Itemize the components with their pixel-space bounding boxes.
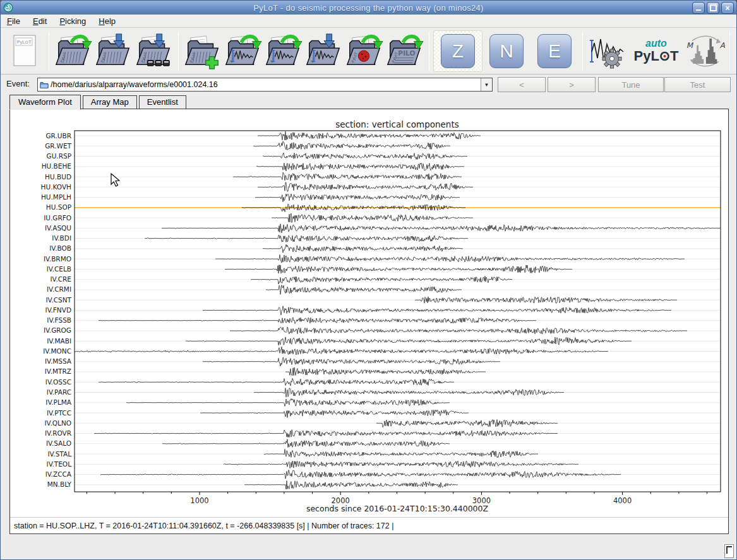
station-label-IV.BDI: IV.BDI — [52, 234, 71, 242]
window-title: PyLoT - do seismic processing the python… — [1, 3, 736, 13]
menu-edit[interactable]: Edit — [27, 16, 53, 27]
autopylot-auto-text: auto — [645, 39, 667, 49]
station-label-IV.BRMO: IV.BRMO — [44, 255, 71, 263]
maximize-button[interactable] — [707, 2, 719, 14]
x-tick-label: 1000 — [190, 496, 208, 505]
folder-load-waveform-icon: PyLoT — [224, 32, 262, 70]
component-button-z-selected[interactable]: Z — [433, 30, 482, 72]
waveform-gear-icon — [587, 33, 627, 69]
add-event-button[interactable]: PyLoT — [183, 31, 223, 71]
station-label-IV.MABI: IV.MABI — [47, 337, 71, 345]
combobox-dropdown-arrow[interactable]: ▼ — [481, 78, 492, 91]
load-waveform-data-button[interactable]: PyLoT — [223, 31, 263, 71]
autopylot-logo: PyLT — [634, 49, 679, 63]
station-label-IV.PARC: IV.PARC — [47, 388, 71, 396]
plot-statusbar: station = HU.SOP..LHZ, T = 2016-01-24T10… — [10, 517, 728, 533]
maximize-icon — [710, 4, 717, 11]
open-project-button[interactable]: PyLoT — [53, 31, 93, 71]
waveform-trace-IV.TEOL[interactable] — [224, 461, 578, 468]
menu-picking[interactable]: Picking — [53, 16, 92, 27]
minimize-icon — [696, 9, 701, 11]
waveform-trace-IV.CRE[interactable] — [251, 276, 512, 284]
next-event-button[interactable]: > — [548, 77, 596, 92]
save-project-button[interactable]: PyLoT — [93, 31, 134, 71]
waveform-trace-GR.WET[interactable] — [253, 141, 450, 150]
component-letter: Z — [441, 34, 475, 68]
station-label-IV.ROVR: IV.ROVR — [45, 429, 71, 437]
load-metadata-button[interactable]: PyLoT — [263, 31, 304, 71]
tab-array-map[interactable]: Array Map — [83, 95, 137, 109]
toolbar-group — [730, 28, 737, 74]
tab-bar: Waveform PlotArray MapEventlist — [9, 95, 188, 109]
save-project-as-button[interactable]: PyLoT — [134, 31, 174, 71]
x-axis-label: seconds since 2016-01-24T10:15:30.440000… — [306, 504, 488, 513]
waveform-trace-HU.BEHE[interactable] — [256, 163, 464, 171]
station-label-IV.MONC: IV.MONC — [43, 347, 71, 355]
event-label: Event: — [6, 79, 30, 88]
close-button[interactable]: × — [721, 2, 734, 14]
target-o-icon — [659, 51, 670, 61]
waveform-trace-IV.SALO[interactable] — [162, 439, 450, 448]
station-label-IV.ZCCA: IV.ZCCA — [45, 470, 72, 478]
event-path-combobox[interactable]: /home/darius/alparray/waveforms/e0001.02… — [37, 78, 493, 92]
plot-frame — [75, 131, 721, 492]
station-label-HU.MPLH: HU.MPLH — [41, 193, 71, 201]
waveform-trace-IV.PTCC[interactable] — [200, 410, 469, 418]
svg-text:PILO: PILO — [398, 49, 415, 57]
station-label-IU.GRFO: IU.GRFO — [44, 214, 71, 222]
component-button-n[interactable]: N — [482, 31, 530, 71]
waveform-trace-IV.OSSC[interactable] — [99, 378, 454, 386]
tab-eventlist[interactable]: Eventlist — [139, 95, 186, 109]
picking-parameters-button[interactable] — [587, 31, 627, 71]
station-label-IV.CELB: IV.CELB — [47, 265, 71, 273]
new-project-button[interactable]: PyL⊙T — [4, 31, 45, 71]
waveform-trace-HU.MPLH[interactable] — [255, 194, 460, 202]
tab-waveform-plot[interactable]: Waveform Plot — [9, 95, 81, 110]
magnitude-histogram-icon: MA — [685, 32, 726, 70]
previous-event-button[interactable]: < — [498, 77, 546, 92]
waveform-trace-HU.BUD[interactable] — [233, 172, 462, 181]
event-bar: Event: /home/darius/alparray/waveforms/e… — [1, 74, 736, 94]
svg-text:M: M — [686, 40, 694, 49]
save-waveform-data-button[interactable]: PyLoT — [304, 31, 344, 71]
folder-save-multiple-icon: PyLoT — [135, 32, 173, 70]
auto-pylot-button[interactable]: autoPyLT — [627, 31, 685, 71]
titlebar[interactable]: PyLoT - do seismic processing the python… — [1, 1, 736, 15]
station-label-IV.PTCC: IV.PTCC — [47, 409, 71, 417]
station-label-HU.BEHE: HU.BEHE — [42, 162, 71, 170]
folder-open-icon: PyLoT — [54, 32, 92, 70]
menu-file[interactable]: File — [1, 16, 27, 27]
menu-help[interactable]: Help — [92, 16, 122, 27]
toolbar: PyL⊙TPyLoTPyLoTPyLoTPyLoTPyLoTPyLoTPyLoT… — [1, 28, 736, 74]
x-tick-label: 4000 — [613, 496, 632, 505]
locate-event-button[interactable] — [734, 31, 737, 71]
tune-autopicker-button[interactable]: Tune — [598, 77, 664, 92]
station-label-IV.CRE: IV.CRE — [50, 275, 71, 283]
waveform-trace-IV.MTRZ[interactable] — [285, 367, 486, 376]
toolbar-group: PyLoTPyLoTPyLoTPyLoTPyLoTPyLoTPILO — [179, 28, 429, 74]
minimize-button[interactable] — [692, 2, 705, 14]
magnitude-button[interactable]: MA — [685, 31, 726, 71]
load-pilot-button[interactable]: PyLoTPILO — [385, 31, 425, 71]
mouse-cursor — [111, 174, 119, 186]
station-label-HU.SOP: HU.SOP — [46, 203, 71, 211]
station-label-IV.CRMI: IV.CRMI — [47, 285, 71, 293]
station-label-HU.KOVH: HU.KOVH — [41, 183, 71, 191]
size-grip[interactable] — [724, 544, 734, 558]
station-label-IV.GROG: IV.GROG — [44, 326, 71, 334]
component-button-e[interactable]: E — [530, 31, 578, 71]
toolbar-group: PyL⊙T — [1, 28, 49, 74]
station-label-IV.QLNO: IV.QLNO — [45, 419, 72, 427]
waveform-trace-IV.GROG[interactable] — [230, 327, 687, 334]
toolbar-group: PyLoTPyLoTPyLoT — [49, 28, 178, 74]
station-label-IV.ASQU: IV.ASQU — [45, 224, 71, 232]
waveform-plot-canvas[interactable]: section: vertical components 10002000300… — [10, 109, 728, 516]
waveform-trace-IV.MONC[interactable] — [75, 347, 608, 355]
folder-icon — [40, 81, 49, 88]
station-label-IV.BOB: IV.BOB — [49, 244, 71, 252]
test-autopicker-button[interactable]: Test — [664, 77, 731, 92]
waveform-trace-IV.STAL[interactable] — [264, 450, 538, 458]
load-location-button[interactable]: PyLoT — [344, 31, 385, 71]
station-label-IV.PLMA: IV.PLMA — [45, 398, 72, 406]
component-letter: N — [489, 34, 524, 68]
